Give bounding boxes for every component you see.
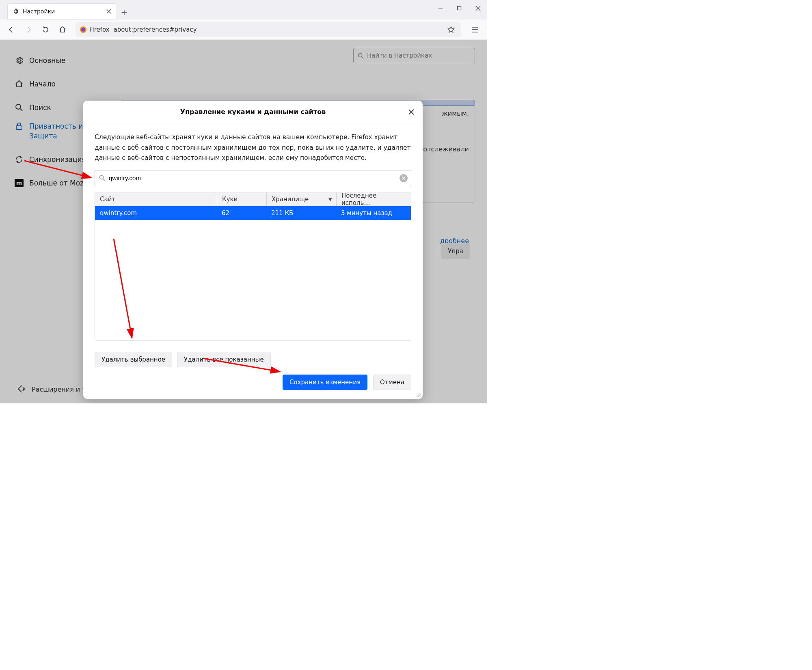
preferences-page: Основные Начало Поиск Приватность и Защи… bbox=[0, 40, 487, 403]
home-button[interactable] bbox=[55, 22, 70, 37]
dialog-description: Следующие веб-сайты хранят куки и данные… bbox=[95, 132, 411, 164]
col-last-used[interactable]: Последнее исполь… bbox=[336, 192, 411, 206]
title-bar: Настройки + bbox=[0, 0, 487, 19]
window-max-icon[interactable] bbox=[450, 0, 469, 16]
site-data-table: Сайт Куки Хранилище▼ Последнее исполь… q… bbox=[95, 192, 411, 340]
col-site[interactable]: Сайт bbox=[95, 192, 217, 206]
cancel-button[interactable]: Отмена bbox=[373, 375, 411, 390]
url-bar[interactable]: Firefox about:preferences#privacy bbox=[76, 22, 461, 37]
tab-close-icon[interactable] bbox=[106, 8, 112, 15]
dialog-close-button[interactable] bbox=[406, 107, 416, 117]
col-cookies[interactable]: Куки bbox=[217, 192, 266, 206]
app-menu-button[interactable] bbox=[467, 22, 483, 37]
col-storage[interactable]: Хранилище▼ bbox=[266, 192, 336, 206]
cell-cookies: 62 bbox=[217, 206, 266, 220]
bookmark-star-icon[interactable] bbox=[445, 26, 457, 33]
new-tab-button[interactable]: + bbox=[117, 5, 132, 19]
remove-all-button[interactable]: Удалить все показанные bbox=[177, 352, 271, 367]
table-header: Сайт Куки Хранилище▼ Последнее исполь… bbox=[95, 192, 411, 206]
svg-point-2 bbox=[81, 28, 85, 32]
sort-desc-icon: ▼ bbox=[328, 196, 332, 202]
back-button[interactable] bbox=[4, 22, 19, 37]
resize-grip-icon[interactable] bbox=[415, 392, 421, 397]
svg-point-6 bbox=[100, 176, 104, 179]
window-min-icon[interactable] bbox=[431, 0, 450, 16]
dialog-search-field[interactable] bbox=[95, 170, 411, 186]
toolbar: Firefox about:preferences#privacy bbox=[0, 19, 487, 40]
table-row[interactable]: qwintry.com 62 211 КБ 3 минуты назад bbox=[95, 206, 411, 220]
forward-button[interactable] bbox=[21, 22, 36, 37]
identity-label: Firefox bbox=[89, 26, 110, 33]
dialog-title-bar: Управление куками и данными сайтов bbox=[83, 101, 423, 123]
cell-last-used: 3 минуты назад bbox=[336, 206, 411, 220]
reload-button[interactable] bbox=[38, 22, 53, 37]
browser-tab[interactable]: Настройки bbox=[7, 3, 117, 19]
tab-title: Настройки bbox=[23, 8, 106, 15]
firefox-icon bbox=[80, 26, 87, 33]
window-controls bbox=[431, 0, 487, 16]
dialog-search-input[interactable] bbox=[109, 175, 396, 181]
window-close-icon[interactable] bbox=[469, 0, 487, 16]
save-changes-button[interactable]: Сохранить изменения bbox=[283, 375, 367, 390]
clear-search-icon[interactable] bbox=[400, 174, 408, 182]
gear-icon bbox=[12, 8, 19, 15]
svg-rect-0 bbox=[458, 6, 461, 10]
search-icon bbox=[99, 175, 105, 181]
cell-storage: 211 КБ bbox=[266, 206, 336, 220]
remove-selected-button[interactable]: Удалить выбранное bbox=[95, 352, 172, 367]
cell-site: qwintry.com bbox=[95, 206, 217, 220]
table-empty-area bbox=[95, 220, 411, 340]
dialog-title: Управление куками и данными сайтов bbox=[180, 108, 326, 116]
manage-site-data-dialog: Управление куками и данными сайтов Следу… bbox=[83, 101, 423, 399]
url-text: about:preferences#privacy bbox=[114, 26, 197, 33]
identity-box[interactable]: Firefox bbox=[80, 26, 110, 33]
